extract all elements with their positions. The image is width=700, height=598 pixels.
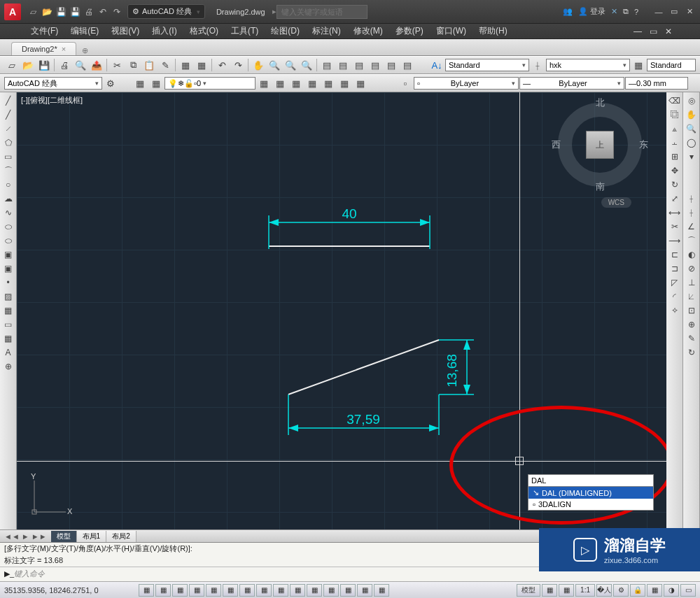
sb-ws[interactable]: ⚙ — [613, 584, 629, 597]
stretch-icon[interactable]: ⟷ — [666, 206, 682, 220]
sb-iso[interactable]: ◑ — [664, 584, 679, 597]
sb-osnap[interactable]: ▦ — [223, 584, 238, 597]
layer-combo[interactable]: 💡❄🔓▫ 0 — [164, 77, 255, 90]
point-icon[interactable]: • — [0, 276, 16, 290]
sb-qp[interactable]: ▦ — [340, 584, 356, 597]
menu-modify[interactable]: 修改(M) — [348, 24, 388, 38]
save-icon[interactable]: 💾 — [36, 58, 52, 72]
dim-arc-icon[interactable]: ⌒ — [683, 234, 699, 248]
menu-window[interactable]: 窗口(W) — [430, 24, 472, 38]
polygon-icon[interactable]: ⬠ — [0, 136, 16, 150]
sb-polar[interactable]: ▦ — [206, 584, 221, 597]
rectangle-icon[interactable]: ▭ — [0, 150, 16, 164]
layer-match-icon[interactable]: ▦ — [337, 76, 352, 90]
close-button[interactable]: ✕ — [683, 6, 696, 17]
new-tab-icon[interactable]: ⊕ — [82, 46, 88, 55]
undo-icon[interactable]: ↶ — [214, 58, 230, 72]
drawing-canvas[interactable]: [-][俯视][二维线框] 上 北 南 西 东 WCS 40 — [17, 92, 666, 529]
dim-cen-icon[interactable]: ⊕ — [683, 318, 699, 332]
sb-clean[interactable]: ▭ — [680, 584, 696, 597]
showmo-icon[interactable]: ▾ — [683, 150, 699, 164]
command-input[interactable]: 键入命令 — [14, 569, 45, 579]
saveas-icon[interactable]: 💾 — [69, 6, 81, 18]
layer-iso-icon[interactable]: ▦ — [256, 76, 272, 90]
mirror-icon[interactable]: ⟁ — [666, 122, 682, 136]
sb-dyn[interactable]: ▦ — [290, 584, 305, 597]
dim-lin-icon[interactable]: ⟊ — [683, 192, 699, 206]
pline-icon[interactable]: ⟋ — [0, 122, 16, 136]
text-style-combo[interactable]: Standard — [445, 59, 529, 71]
xline-icon[interactable]: ╱ — [0, 108, 16, 122]
layer-off-icon[interactable]: ▦ — [304, 76, 320, 90]
layout-tab-model[interactable]: 模型 — [51, 531, 77, 542]
join-icon[interactable]: ⊐ — [666, 262, 682, 276]
sb-annovis[interactable]: �人 — [596, 584, 612, 597]
redo-icon[interactable]: ↷ — [230, 58, 246, 72]
menu-draw[interactable]: 绘图(D) — [265, 24, 305, 38]
menu-view[interactable]: 视图(V) — [106, 24, 145, 38]
doc-close-button[interactable]: ✕ — [662, 26, 675, 37]
chamfer-icon[interactable]: ◸ — [666, 276, 682, 290]
open-icon[interactable]: 📂 — [20, 58, 36, 72]
block-icon[interactable]: ▦ — [178, 58, 193, 72]
help-icon[interactable]: ? — [634, 8, 638, 16]
menu-edit[interactable]: 编辑(E) — [65, 24, 104, 38]
color-icon[interactable]: ▫ — [398, 76, 413, 90]
revcloud-icon[interactable]: ☁ — [0, 192, 16, 206]
zoom2-icon[interactable]: 🔍 — [683, 122, 699, 136]
sb-otrack[interactable]: ▦ — [256, 584, 272, 597]
sb-am[interactable]: ▦ — [374, 584, 389, 597]
sb-grid[interactable]: ▦ — [172, 584, 188, 597]
coordinates[interactable]: 35135.9356, 18246.2751, 0 — [4, 586, 137, 595]
preview-icon[interactable]: 🔍 — [73, 58, 88, 72]
insert-icon[interactable]: ▣ — [0, 248, 16, 262]
ellipse-icon[interactable]: ⬭ — [0, 220, 16, 234]
lineweight-combo[interactable]: — 0.30 mm — [625, 77, 688, 90]
menu-dimension[interactable]: 标注(N) — [307, 24, 346, 38]
layer-prev-icon[interactable]: ▦ — [353, 76, 368, 90]
dim-alg-icon[interactable]: ⟊ — [683, 206, 699, 220]
zoom-prev-icon[interactable]: 🔍 — [299, 58, 314, 72]
sb-ortho[interactable]: ▦ — [189, 584, 204, 597]
menu-tools[interactable]: 工具(T) — [225, 24, 264, 38]
trim-icon[interactable]: ✂ — [666, 220, 682, 234]
doc-minimize-button[interactable]: — — [631, 26, 644, 37]
paste-icon[interactable]: 📋 — [141, 58, 157, 72]
match-icon[interactable]: ✎ — [158, 58, 173, 72]
copy-icon[interactable]: ⧉ — [125, 58, 141, 72]
new-icon[interactable]: ▱ — [4, 58, 20, 72]
dim-jog-icon[interactable]: ⟀ — [683, 290, 699, 304]
layout-tab-2[interactable]: 布局2 — [106, 531, 136, 542]
layer-make-icon[interactable]: ▦ — [321, 76, 336, 90]
login-button[interactable]: 👤 登录 — [578, 6, 606, 17]
infocenter-icon[interactable]: 👥 — [563, 7, 573, 16]
orbit-icon[interactable]: ◯ — [683, 136, 699, 150]
layout-tab-1[interactable]: 布局1 — [77, 531, 107, 542]
dim-style-combo[interactable]: hxk — [546, 59, 630, 71]
dimstyle-icon[interactable]: ⟊ — [530, 58, 545, 72]
publish-icon[interactable]: 📤 — [89, 58, 104, 72]
print-icon[interactable]: 🖨 — [57, 58, 72, 72]
wheel-icon[interactable]: ◎ — [683, 94, 699, 108]
minimize-button[interactable]: — — [652, 6, 665, 17]
tablestyle-icon[interactable]: ▦ — [631, 58, 646, 72]
mtext-icon[interactable]: A — [0, 346, 16, 359]
sb-layout-icon[interactable]: ▦ — [542, 584, 557, 597]
exchange-icon[interactable]: ✕ — [611, 7, 617, 16]
line-icon[interactable]: ╱ — [0, 94, 16, 108]
document-tab[interactable]: Drawing2*× — [11, 42, 76, 55]
menu-parametric[interactable]: 参数(P) — [390, 24, 429, 38]
spline-icon[interactable]: ∿ — [0, 206, 16, 220]
addselected-icon[interactable]: ⊕ — [0, 359, 16, 373]
pan2-icon[interactable]: ✋ — [683, 108, 699, 122]
tp-icon[interactable]: ▤ — [351, 58, 367, 72]
save-icon[interactable]: 💾 — [55, 6, 67, 18]
command-option-dal[interactable]: ↘ DAL (DIMALIGNED) — [528, 487, 653, 499]
layer-freeze-icon[interactable]: ▦ — [288, 76, 304, 90]
sb-annoscale[interactable]: 1:1 — [575, 584, 595, 597]
table-icon[interactable]: ▦ — [0, 332, 16, 346]
pan-icon[interactable]: ✋ — [251, 58, 266, 72]
sb-ducs[interactable]: ▦ — [273, 584, 288, 597]
zoom-win-icon[interactable]: 🔍 — [283, 58, 298, 72]
maximize-button[interactable]: ▭ — [668, 6, 680, 17]
